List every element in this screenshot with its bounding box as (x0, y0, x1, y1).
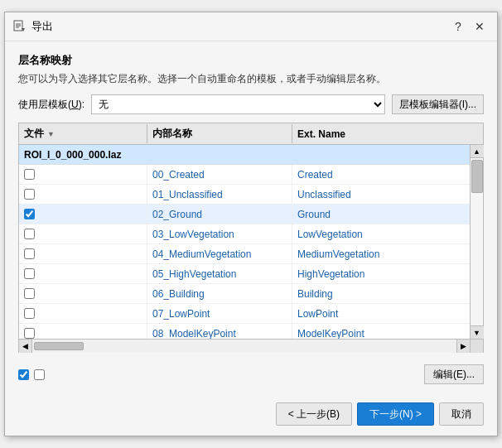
close-button[interactable]: ✕ (471, 17, 489, 36)
row-check-cell[interactable] (19, 205, 147, 224)
check-secondary-checkbox[interactable] (34, 369, 45, 380)
vscroll-up-btn[interactable]: ▲ (471, 145, 484, 158)
file-row: ROI_l_0_000_000.laz (19, 145, 470, 165)
row-checkbox[interactable] (24, 288, 35, 299)
template-select[interactable]: 无 (91, 94, 385, 114)
dialog-content: 层名称映射 您可以为导入选择其它层名称。选择一个自动重命名的模板，或者手动编辑层… (5, 41, 497, 396)
vscroll-thumb[interactable] (471, 160, 483, 193)
row-ext-name: HighVegetation (292, 264, 470, 283)
row-internal-name: 01_Unclassified (147, 185, 292, 204)
row-check-cell[interactable] (19, 185, 147, 204)
row-check-cell[interactable] (19, 244, 147, 263)
hscroll-corner (470, 340, 483, 353)
hscroll-left-btn[interactable]: ◀ (19, 340, 32, 353)
sort-arrow-file: ▼ (47, 130, 55, 138)
section-title: 层名称映射 (18, 53, 484, 68)
row-check-cell[interactable] (19, 304, 147, 323)
hscroll-bar[interactable]: ◀ ▶ (19, 339, 483, 352)
table-row: 00_CreatedCreated (19, 165, 470, 185)
row-internal-name: 04_MediumVegetation (147, 244, 292, 263)
help-button[interactable]: ? (449, 17, 467, 36)
title-bar: 导出 ? ✕ (5, 12, 497, 41)
row-check-cell[interactable] (19, 284, 147, 303)
table-row: 01_UnclassifiedUnclassified (19, 185, 470, 205)
hscroll-track (32, 340, 456, 353)
row-internal-name: 07_LowPoint (147, 304, 292, 323)
vscroll-bar[interactable]: ▲ ▼ (470, 145, 483, 339)
row-internal-name: 02_Ground (147, 205, 292, 224)
table-row: 06_BuildingBuilding (19, 284, 470, 304)
table-row: 03_LowVegetationLowVegetation (19, 224, 470, 244)
row-internal-name: 08_ModelKeyPoint (147, 324, 292, 339)
row-checkbox[interactable] (24, 268, 35, 279)
row-check-cell[interactable] (19, 324, 147, 339)
row-ext-name: Building (292, 284, 470, 303)
dialog-title: 导出 (31, 19, 53, 34)
template-edit-button[interactable]: 层模板编辑器(I)... (392, 94, 484, 114)
table-row: 07_LowPointLowPoint (19, 304, 470, 324)
row-ext-name: LowPoint (292, 304, 470, 323)
section-header: 层名称映射 您可以为导入选择其它层名称。选择一个自动重命名的模板，或者手动编辑层… (18, 53, 484, 86)
template-label: 使用层模板(U): (18, 98, 84, 112)
row-ext-name: LowVegetation (292, 224, 470, 243)
vscroll-down-btn[interactable]: ▼ (471, 325, 484, 339)
next-button[interactable]: 下一步(N) > (357, 402, 434, 426)
col-internal: 内部名称 (147, 124, 292, 143)
vscroll-track (471, 158, 483, 325)
template-row: 使用层模板(U): 无 层模板编辑器(I)... (18, 94, 484, 114)
table-row: 08_ModelKeyPointModelKeyPoint (19, 324, 470, 339)
table-scroll-area: ROI_l_0_000_000.laz 00_CreatedCreated01_… (19, 145, 470, 339)
row-checkbox[interactable] (24, 248, 35, 259)
cancel-button[interactable]: 取消 (439, 402, 484, 426)
row-checkbox[interactable] (24, 209, 35, 219)
dialog: 导出 ? ✕ 层名称映射 您可以为导入选择其它层名称。选择一个自动重命名的模板，… (4, 12, 498, 436)
col-ext: Ext. Name (292, 126, 470, 142)
col-file: 文件 ▼ (19, 124, 147, 143)
table-header: 文件 ▼ 内部名称 Ext. Name (19, 123, 483, 145)
bottom-check-row: 编辑(E)... (18, 361, 484, 388)
row-check-cell[interactable] (19, 224, 147, 243)
layer-table: 文件 ▼ 内部名称 Ext. Name ROI_l_0_000_000.laz … (18, 123, 484, 353)
row-ext-name: Unclassified (292, 185, 470, 204)
hscroll-thumb[interactable] (34, 342, 84, 350)
row-ext-name: MediumVegetation (292, 244, 470, 263)
row-ext-name: Ground (292, 205, 470, 224)
row-internal-name: 06_Building (147, 284, 292, 303)
row-internal-name: 05_HighVegetation (147, 264, 292, 283)
table-data-rows[interactable]: 00_CreatedCreated01_UnclassifiedUnclassi… (19, 165, 470, 339)
hscroll-right-btn[interactable]: ▶ (456, 340, 470, 353)
row-checkbox[interactable] (24, 229, 35, 239)
row-internal-name: 00_Created (147, 165, 292, 184)
row-checkbox[interactable] (24, 189, 35, 200)
row-ext-name: ModelKeyPoint (292, 324, 470, 339)
check-all-checkbox[interactable] (18, 369, 29, 380)
row-checkbox[interactable] (24, 169, 35, 180)
dialog-footer: < 上一步(B) 下一步(N) > 取消 (5, 396, 497, 436)
table-row: 02_GroundGround (19, 205, 470, 224)
title-bar-left: 导出 (13, 19, 53, 34)
table-row: 05_HighVegetationHighVegetation (19, 264, 470, 284)
row-internal-name: 03_LowVegetation (147, 224, 292, 243)
row-checkbox[interactable] (24, 328, 35, 339)
table-body-area: ROI_l_0_000_000.laz 00_CreatedCreated01_… (19, 145, 483, 339)
row-check-cell[interactable] (19, 264, 147, 283)
title-bar-right: ? ✕ (449, 17, 489, 36)
row-ext-name: Created (292, 165, 470, 184)
export-icon (13, 20, 27, 33)
row-check-cell[interactable] (19, 165, 147, 184)
edit-button[interactable]: 编辑(E)... (424, 364, 484, 384)
table-row: 04_MediumVegetationMediumVegetation (19, 244, 470, 264)
back-button[interactable]: < 上一步(B) (276, 402, 352, 426)
section-desc: 您可以为导入选择其它层名称。选择一个自动重命名的模板，或者手动编辑层名称。 (18, 71, 484, 86)
row-checkbox[interactable] (24, 308, 35, 319)
